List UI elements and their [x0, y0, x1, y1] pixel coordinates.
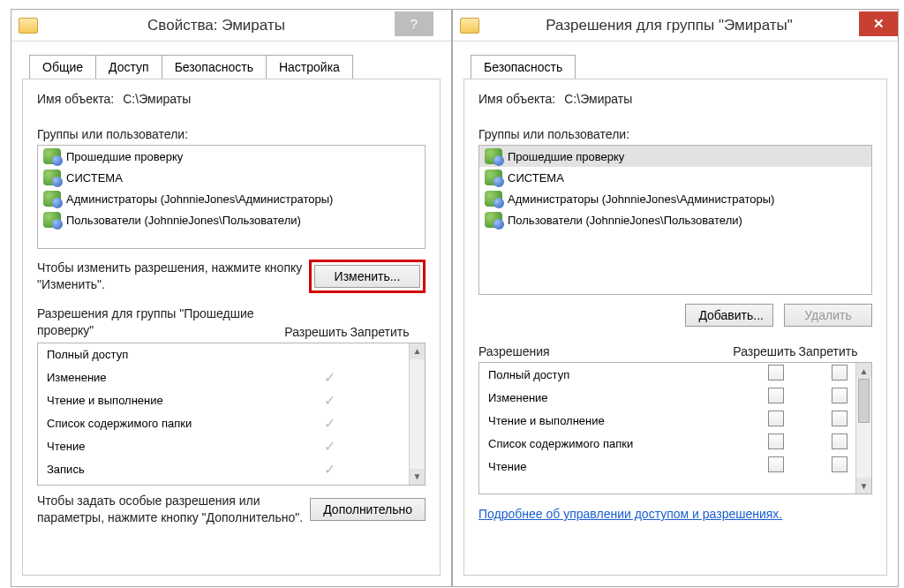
perm-allow: ✓ [298, 461, 361, 478]
list-item[interactable]: Прошедшие проверку [38, 146, 425, 167]
permissions-for-label: Разрешения для группы "Прошедшие проверк… [37, 305, 275, 339]
list-item[interactable]: СИСТЕМА [38, 167, 425, 188]
scroll-thumb[interactable] [858, 379, 870, 423]
list-item-label: Пользователи (JohnnieJones\Пользователи) [508, 214, 742, 227]
perm-name: Полный доступ [47, 348, 298, 361]
perm-row: Изменение [479, 386, 871, 409]
scroll-up-icon[interactable]: ▲ [410, 343, 425, 359]
permissions-window: Разрешения для группы "Эмираты" ✕ Безопа… [452, 9, 899, 587]
edit-button-highlight: Изменить... [309, 260, 426, 293]
titlebar: Разрешения для группы "Эмираты" ✕ [453, 10, 898, 41]
group-icon [43, 191, 61, 207]
tab-security[interactable]: Безопасность [471, 55, 576, 79]
perm-row: Чтение и выполнение✓ [38, 389, 425, 412]
perm-row: Чтение [479, 455, 871, 478]
tab-panel: Имя объекта: C:\Эмираты Группы или польз… [463, 79, 887, 576]
list-item[interactable]: Администраторы (JohnnieJones\Администрат… [38, 188, 425, 209]
spacer [433, 11, 451, 36]
group-icon [43, 212, 61, 228]
perm-row: Изменение✓ [38, 366, 425, 389]
perm-name: Полный доступ [488, 368, 744, 381]
object-name-label: Имя объекта: [478, 92, 555, 106]
group-icon [485, 148, 502, 164]
tabs: Безопасность [471, 54, 575, 78]
list-item-label: Администраторы (JohnnieJones\Администрат… [508, 192, 774, 206]
window-title: Свойства: Эмираты [38, 17, 395, 34]
tab-customize[interactable]: Настройка [266, 55, 353, 79]
tabs: Общие Доступ Безопасность Настройка [29, 54, 352, 78]
tab-general[interactable]: Общие [29, 55, 96, 79]
col-allow: Разрешить [733, 344, 796, 358]
add-button[interactable]: Добавить... [685, 304, 773, 327]
object-path: C:\Эмираты [123, 92, 191, 106]
list-item-label: СИСТЕМА [508, 171, 564, 185]
perm-row: Полный доступ [38, 343, 425, 366]
properties-window: Свойства: Эмираты ? Общие Доступ Безопас… [11, 9, 452, 587]
window-title: Разрешения для группы "Эмираты" [479, 17, 859, 34]
change-hint: Чтобы изменить разрешения, нажмите кнопк… [37, 260, 309, 293]
col-deny: Запретить [348, 325, 411, 339]
group-icon [485, 212, 502, 228]
permissions-list: Полный доступ Изменение✓ Чтение и выполн… [37, 343, 426, 486]
folder-icon [19, 18, 38, 34]
list-item[interactable]: Пользователи (JohnnieJones\Пользователи) [479, 209, 871, 230]
perm-name: Изменение [47, 371, 298, 384]
perm-name: Чтение и выполнение [488, 414, 744, 427]
perm-row: Полный доступ [479, 363, 871, 386]
groups-listbox[interactable]: Прошедшие проверку СИСТЕМА Администратор… [478, 145, 872, 295]
group-icon [485, 191, 502, 207]
perm-allow: ✓ [298, 392, 361, 409]
list-item-label: СИСТЕМА [66, 171, 123, 185]
perm-allow: ✓ [298, 369, 361, 386]
groups-label: Группы или пользователи: [37, 127, 426, 141]
tab-sharing[interactable]: Доступ [95, 55, 162, 79]
edit-button[interactable]: Изменить... [314, 265, 420, 288]
perm-row: Чтение✓ [38, 435, 425, 458]
titlebar: Свойства: Эмираты ? [11, 10, 451, 41]
perm-name: Список содержимого папки [47, 417, 298, 430]
list-item[interactable]: Пользователи (JohnnieJones\Пользователи) [38, 209, 425, 230]
perm-row: Список содержимого папки [479, 432, 871, 455]
remove-button: Удалить [784, 304, 872, 327]
list-item[interactable]: Прошедшие проверку [479, 146, 871, 167]
list-item[interactable]: СИСТЕМА [479, 167, 871, 188]
list-item[interactable]: Администраторы (JohnnieJones\Администрат… [479, 188, 871, 209]
scroll-down-icon[interactable]: ▼ [856, 478, 871, 494]
perm-name: Чтение и выполнение [47, 394, 298, 407]
perm-name: Запись [47, 463, 298, 476]
scroll-up-icon[interactable]: ▲ [856, 363, 871, 379]
object-name-label: Имя объекта: [37, 92, 114, 106]
perm-allow-cb[interactable] [744, 433, 808, 453]
scrollbar[interactable]: ▲ ▼ [855, 363, 871, 494]
advanced-hint: Чтобы задать особые разрешения или парам… [37, 493, 310, 526]
list-item-label: Прошедшие проверку [66, 150, 183, 163]
advanced-button[interactable]: Дополнительно [310, 498, 426, 521]
list-item-label: Пользователи (JohnnieJones\Пользователи) [66, 214, 301, 227]
perm-allow: ✓ [298, 438, 361, 455]
permissions-label: Разрешения [478, 344, 724, 358]
groups-label: Группы или пользователи: [478, 127, 872, 141]
perm-row: Список содержимого папки✓ [38, 412, 425, 435]
col-deny: Запретить [796, 344, 860, 358]
object-path: C:\Эмираты [564, 92, 632, 106]
help-button[interactable]: ? [395, 11, 433, 36]
tab-panel: Имя объекта: C:\Эмираты Группы или польз… [22, 79, 441, 576]
group-icon [485, 170, 502, 185]
learn-more-link[interactable]: Подробнее об управлении доступом и разре… [478, 507, 782, 521]
perm-allow-cb[interactable] [744, 456, 808, 476]
tab-security[interactable]: Безопасность [162, 55, 267, 79]
perm-name: Список содержимого папки [488, 437, 744, 450]
perm-row: Запись✓ [38, 458, 425, 481]
close-button[interactable]: ✕ [859, 11, 898, 36]
group-icon [43, 148, 61, 164]
scrollbar[interactable]: ▲ ▼ [409, 343, 425, 485]
permissions-editable-list: Полный доступ Изменение Чтение и выполне… [478, 362, 872, 494]
perm-name: Изменение [488, 391, 744, 404]
perm-allow-cb[interactable] [744, 411, 808, 430]
list-item-label: Прошедшие проверку [508, 150, 624, 163]
perm-allow-cb[interactable] [744, 388, 808, 407]
groups-listbox[interactable]: Прошедшие проверку СИСТЕМА Администратор… [37, 145, 426, 249]
perm-allow-cb[interactable] [744, 365, 808, 384]
scroll-down-icon[interactable]: ▼ [410, 469, 425, 485]
folder-icon [460, 18, 479, 34]
